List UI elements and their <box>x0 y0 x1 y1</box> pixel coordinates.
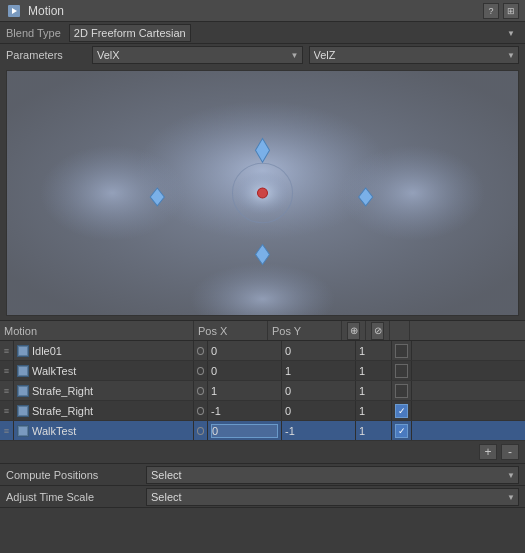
col-icon1-btn[interactable]: ⊕ <box>347 322 360 340</box>
table-row[interactable]: ≡ WalkTest 1 <box>0 361 525 381</box>
blend-diagram <box>6 70 519 316</box>
motion-cell: Strafe_Right <box>14 381 194 400</box>
check-cell[interactable] <box>392 381 412 400</box>
drag-handle: ≡ <box>0 341 14 360</box>
blend-type-select[interactable]: 2D Freeform Cartesian <box>69 24 191 42</box>
posy-cell[interactable] <box>282 401 356 420</box>
compute-row: Compute Positions Select <box>0 464 525 486</box>
expand-button[interactable]: ⊞ <box>503 3 519 19</box>
table-row[interactable]: ≡ WalkTest 1 ✓ <box>0 421 525 441</box>
col-posx: Pos X <box>194 321 268 340</box>
table-row[interactable]: ≡ Idle01 1 <box>0 341 525 361</box>
motion-icon <box>17 425 29 437</box>
posx-cell[interactable] <box>208 421 282 440</box>
posx-input[interactable] <box>211 345 278 357</box>
motion-name: WalkTest <box>32 425 76 437</box>
table-container: Motion Pos X Pos Y ⊕ ⊘ ≡ Idle01 1 ≡ <box>0 320 525 441</box>
posy-input[interactable] <box>285 385 352 397</box>
svg-point-14 <box>257 188 267 198</box>
dot-cell <box>194 421 208 440</box>
drag-handle: ≡ <box>0 361 14 380</box>
col-posy: Pos Y <box>268 321 342 340</box>
title-bar: Motion ? ⊞ <box>0 0 525 22</box>
dot-cell <box>194 361 208 380</box>
posx-input[interactable] <box>211 424 278 438</box>
posy-input[interactable] <box>285 425 352 437</box>
val-cell: 1 <box>356 401 392 420</box>
help-button[interactable]: ? <box>483 3 499 19</box>
row-checkbox[interactable]: ✓ <box>395 404 408 418</box>
svg-rect-15 <box>19 347 27 355</box>
window-title: Motion <box>28 4 483 18</box>
svg-rect-17 <box>19 387 27 395</box>
col-icon1[interactable]: ⊕ <box>342 321 366 340</box>
val-cell: 1 <box>356 341 392 360</box>
blend-type-label: Blend Type <box>6 27 61 39</box>
motion-cell: Idle01 <box>14 341 194 360</box>
row-checkbox[interactable] <box>395 364 408 378</box>
adjust-select[interactable]: Select <box>146 488 519 506</box>
motion-icon <box>17 365 29 377</box>
blend-type-row: Blend Type 2D Freeform Cartesian <box>0 22 525 44</box>
add-remove-row: + - <box>0 441 525 464</box>
motion-name: WalkTest <box>32 365 76 377</box>
check-cell[interactable] <box>392 361 412 380</box>
posx-cell[interactable] <box>208 401 282 420</box>
table-row[interactable]: ≡ Strafe_Right 1 ✓ <box>0 401 525 421</box>
posx-input[interactable] <box>211 385 278 397</box>
check-cell[interactable] <box>392 341 412 360</box>
title-icon <box>6 3 22 19</box>
col-icon2-btn[interactable]: ⊘ <box>371 322 384 340</box>
posy-input[interactable] <box>285 405 352 417</box>
posx-cell[interactable] <box>208 361 282 380</box>
motion-icon <box>17 405 29 417</box>
motion-icon <box>17 345 29 357</box>
posy-input[interactable] <box>285 365 352 377</box>
drag-handle: ≡ <box>0 381 14 400</box>
check-cell[interactable]: ✓ <box>392 421 412 440</box>
adjust-label: Adjust Time Scale <box>6 491 146 503</box>
posy-cell[interactable] <box>282 421 356 440</box>
posy-cell[interactable] <box>282 381 356 400</box>
table-header: Motion Pos X Pos Y ⊕ ⊘ <box>0 321 525 341</box>
row-checkbox[interactable]: ✓ <box>395 424 408 438</box>
val-cell: 1 <box>356 381 392 400</box>
val-cell: 1 <box>356 361 392 380</box>
col-check <box>390 321 410 340</box>
check-cell[interactable]: ✓ <box>392 401 412 420</box>
motion-cell: WalkTest <box>14 361 194 380</box>
compute-label: Compute Positions <box>6 469 146 481</box>
parameters-label: Parameters <box>6 49 86 61</box>
compute-select[interactable]: Select <box>146 466 519 484</box>
posx-input[interactable] <box>211 405 278 417</box>
motion-name: Strafe_Right <box>32 405 93 417</box>
remove-button[interactable]: - <box>501 444 519 460</box>
parameters-row: Parameters VelX VelZ <box>0 44 525 66</box>
param1-select[interactable]: VelX <box>92 46 303 64</box>
row-checkbox[interactable] <box>395 344 408 358</box>
motion-cell: Strafe_Right <box>14 401 194 420</box>
posy-cell[interactable] <box>282 341 356 360</box>
row-checkbox[interactable] <box>395 384 408 398</box>
param2-select[interactable]: VelZ <box>309 46 520 64</box>
motion-name: Idle01 <box>32 345 62 357</box>
svg-rect-19 <box>19 427 27 435</box>
posx-input[interactable] <box>211 365 278 377</box>
drag-handle: ≡ <box>0 421 14 440</box>
motion-name: Strafe_Right <box>32 385 93 397</box>
col-icon2[interactable]: ⊘ <box>366 321 390 340</box>
dot-cell <box>194 381 208 400</box>
add-button[interactable]: + <box>479 444 497 460</box>
motion-cell: WalkTest <box>14 421 194 440</box>
posx-cell[interactable] <box>208 341 282 360</box>
dot-cell <box>194 401 208 420</box>
col-motion: Motion <box>0 321 194 340</box>
table-row[interactable]: ≡ Strafe_Right 1 <box>0 381 525 401</box>
adjust-row: Adjust Time Scale Select <box>0 486 525 508</box>
posy-cell[interactable] <box>282 361 356 380</box>
motion-icon <box>17 385 29 397</box>
dot-cell <box>194 341 208 360</box>
drag-handle: ≡ <box>0 401 14 420</box>
posy-input[interactable] <box>285 345 352 357</box>
posx-cell[interactable] <box>208 381 282 400</box>
